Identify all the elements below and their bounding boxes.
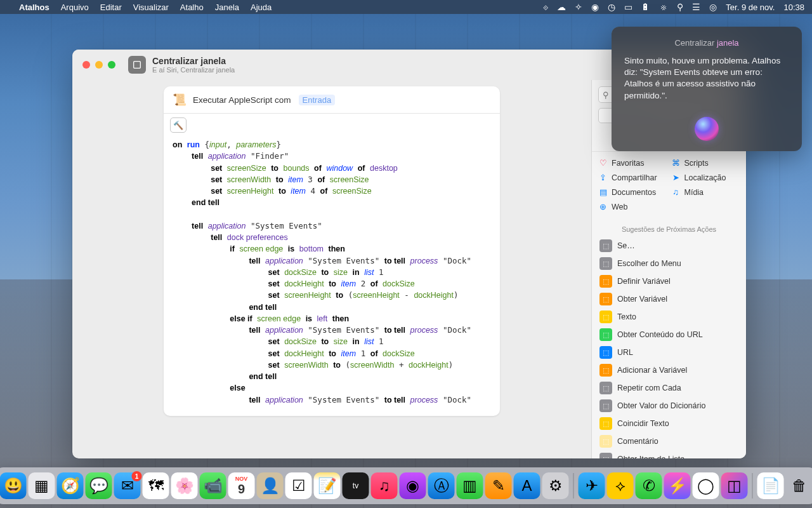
action-suggestion[interactable]: ⬚Se…: [596, 237, 742, 255]
dock-whatsapp[interactable]: ✆: [636, 472, 662, 499]
action-suggestion[interactable]: ⬚Escolher do Menu: [596, 255, 742, 272]
dock-launchpad[interactable]: ▦: [29, 472, 55, 499]
dock-app-white[interactable]: ◯: [693, 472, 719, 499]
siri-title: Centralizar janela: [624, 38, 789, 48]
app-menu[interactable]: Atalhos: [19, 3, 49, 12]
menu-visualizar[interactable]: Visualizar: [133, 3, 169, 12]
dock-calendar[interactable]: NOV9: [228, 472, 255, 499]
category-web[interactable]: ⊕Web: [598, 201, 667, 213]
dock-shortcuts[interactable]: ◫: [721, 472, 748, 499]
dock-telegram[interactable]: ✈: [579, 472, 605, 499]
svg-rect-0: [134, 62, 141, 69]
action-suggestion[interactable]: ⬚Texto: [596, 308, 742, 326]
menubar-app-icon[interactable]: ◉: [591, 2, 599, 12]
siri-menubar-icon[interactable]: ◎: [709, 2, 717, 12]
minimize-button[interactable]: [95, 61, 103, 69]
category-mídia[interactable]: ♫Mídia: [671, 186, 740, 198]
menubar: Atalhos Arquivo Editar Visualizar Atalho…: [0, 0, 812, 14]
dock-mail[interactable]: ✉1: [114, 472, 141, 499]
dock-numbers[interactable]: ▥: [457, 472, 483, 499]
action-suggestion[interactable]: ⬚Obter Valor do Dicionário: [596, 397, 742, 415]
menu-arquivo[interactable]: Arquivo: [61, 3, 89, 12]
shortcut-icon: [128, 56, 146, 74]
category-favoritas[interactable]: ♡Favoritas: [598, 157, 667, 169]
action-suggestion[interactable]: ⬚URL: [596, 344, 742, 361]
menu-janela[interactable]: Janela: [215, 3, 239, 12]
menubar-date[interactable]: Ter. 9 de nov.: [726, 3, 775, 12]
siri-message: Sinto muito, houve um problema. Atalhos …: [624, 55, 789, 102]
action-suggestion[interactable]: ⬚Adicionar à Variável: [596, 361, 742, 379]
siri-result-panel: Centralizar janela Sinto muito, houve um…: [612, 27, 802, 151]
action-suggestion[interactable]: ⬚Obter Item da Lista: [596, 450, 742, 458]
dock-app-yellow[interactable]: ⟡: [607, 472, 634, 499]
action-suggestion[interactable]: ⬚Definir Variável: [596, 272, 742, 290]
dock-tv[interactable]: tv: [343, 472, 369, 499]
menubar-extra-icon[interactable]: ⟐: [543, 2, 548, 12]
dock-contacts[interactable]: 👤: [257, 472, 284, 499]
menubar-extra2-icon[interactable]: ✧: [575, 2, 582, 12]
close-button[interactable]: [82, 61, 90, 69]
dock-reminders[interactable]: ☑: [285, 472, 312, 499]
dock-podcasts[interactable]: ◉: [400, 472, 426, 499]
menubar-flag-icon[interactable]: ▭: [624, 2, 632, 12]
dock-facetime[interactable]: 📹: [200, 472, 226, 499]
dock-maps[interactable]: 🗺: [143, 472, 169, 499]
siri-orb-icon[interactable]: [695, 117, 719, 141]
dock-photos[interactable]: 🌸: [171, 472, 198, 499]
hammer-button[interactable]: 🔨: [170, 117, 187, 133]
category-documentos[interactable]: ▤Documentos: [598, 186, 667, 198]
workflow-canvas[interactable]: 📜 Executar AppleScript com Entrada 🔨 on …: [72, 80, 591, 458]
dock-separator-2: [752, 473, 753, 498]
dock-music[interactable]: ♫: [371, 472, 398, 499]
dock-trash[interactable]: 🗑: [786, 472, 813, 499]
dock-settings[interactable]: ⚙: [542, 472, 569, 499]
menu-ajuda[interactable]: Ajuda: [251, 3, 272, 12]
dock-notes[interactable]: 📝: [314, 472, 341, 499]
suggestions-header: Sugestões de Próximas Ações: [592, 220, 746, 237]
mail-badge: 1: [132, 471, 142, 481]
window-title: Centralizar janela: [152, 56, 235, 66]
menu-editar[interactable]: Editar: [100, 3, 122, 12]
dock-pages[interactable]: ✎: [485, 472, 512, 499]
category-compartilhar[interactable]: ⇪Compartilhar: [598, 171, 667, 184]
action-suggestion[interactable]: ⬚Coincidir Texto: [596, 415, 742, 432]
zoom-button[interactable]: [108, 61, 115, 69]
dock-downloads[interactable]: 📄: [757, 472, 784, 499]
search-icon: ⚲: [603, 90, 609, 100]
action-suggestion[interactable]: ⬚Obter Variável: [596, 290, 742, 308]
dock-separator: [573, 473, 574, 498]
menubar-timer-icon[interactable]: ◷: [608, 2, 615, 12]
applescript-code[interactable]: on run {input, parameters} tell applicat…: [164, 137, 500, 416]
menu-atalho[interactable]: Atalho: [180, 3, 204, 12]
dock-messenger[interactable]: ⚡: [664, 472, 691, 499]
battery-icon[interactable]: 🔋︎: [641, 2, 650, 12]
wifi-icon[interactable]: ⨳: [659, 2, 668, 12]
control-center-icon[interactable]: ☰: [692, 2, 700, 12]
action-title: Executar AppleScript com: [193, 95, 291, 105]
action-suggestion[interactable]: ⬚Obter Conteúdo do URL: [596, 326, 742, 344]
category-localização[interactable]: ➤Localização: [671, 171, 740, 184]
dock-finder[interactable]: 😃: [0, 472, 27, 499]
window-subtitle: E aí Siri, Centralizar janela: [152, 66, 235, 74]
spotlight-icon[interactable]: ⚲: [677, 2, 683, 12]
dock-appstore2[interactable]: A: [514, 472, 540, 499]
menubar-cloud-icon[interactable]: ☁: [557, 2, 566, 12]
action-input-token[interactable]: Entrada: [299, 95, 336, 105]
dock: 😃 ▦ 🧭 💬 ✉1 🗺 🌸 📹 NOV9 👤 ☑ 📝 tv ♫ ◉ Ⓐ ▥ ✎…: [0, 467, 812, 504]
traffic-lights: [82, 61, 115, 69]
dock-messages[interactable]: 💬: [86, 472, 112, 499]
action-suggestion[interactable]: ⬚Comentário: [596, 432, 742, 450]
dock-safari[interactable]: 🧭: [57, 472, 84, 499]
dock-appstore[interactable]: Ⓐ: [428, 472, 455, 499]
applescript-action-card: 📜 Executar AppleScript com Entrada 🔨 on …: [164, 86, 500, 416]
action-suggestion[interactable]: ⬚Repetir com Cada: [596, 379, 742, 397]
applescript-icon: 📜: [173, 93, 187, 107]
category-scripts[interactable]: ⌘Scripts: [671, 157, 740, 169]
menubar-time[interactable]: 10:38: [783, 3, 804, 12]
